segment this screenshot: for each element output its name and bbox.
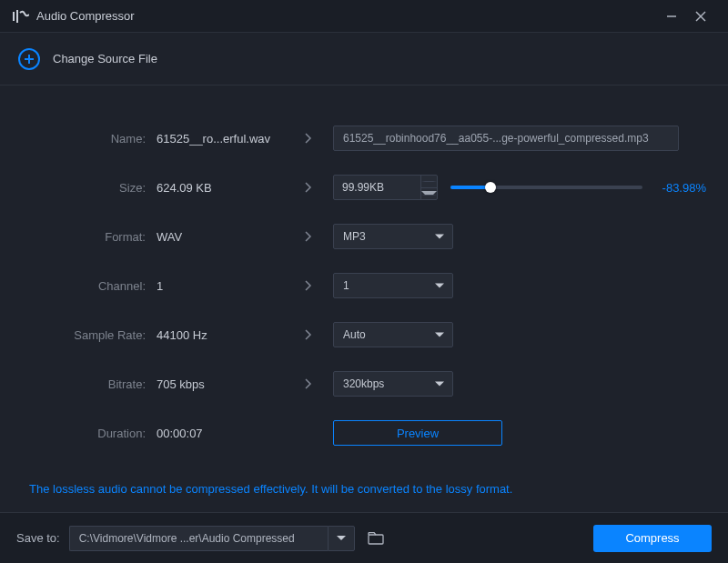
channel-select[interactable]: 1 <box>333 273 453 298</box>
source-bitrate: 705 kbps <box>157 377 284 391</box>
label-sample-rate: Sample Rate: <box>22 328 157 342</box>
chevron-down-icon <box>435 235 444 239</box>
output-name-input[interactable]: 61525__robinhood76__aa055-...ge-powerful… <box>333 126 679 151</box>
change-source-bar: Change Source File <box>0 33 728 85</box>
label-channel: Channel: <box>22 279 157 293</box>
source-name: 61525__ro...erful.wav <box>157 132 284 146</box>
save-path-dropdown[interactable] <box>328 526 355 551</box>
row-sample-rate: Sample Rate: 44100 Hz Auto <box>22 322 706 347</box>
bitrate-select-value: 320kbps <box>343 377 384 390</box>
bitrate-select[interactable]: 320kbps <box>333 371 453 397</box>
format-select[interactable]: MP3 <box>333 224 453 249</box>
bottom-bar: Save to: C:\Vidmore\Vidmore ...er\Audio … <box>0 512 728 563</box>
size-slider[interactable] <box>450 186 642 189</box>
chevron-down-icon <box>435 333 444 337</box>
chevron-down-icon <box>435 382 444 387</box>
channel-select-value: 1 <box>343 279 349 292</box>
row-size: Size: 624.09 KB 99.99KB -83.98% <box>22 175 706 200</box>
row-bitrate: Bitrate: 705 kbps 320kbps <box>22 371 706 397</box>
save-to-label: Save to: <box>16 531 60 545</box>
close-button[interactable] <box>686 2 715 31</box>
source-sample-rate: 44100 Hz <box>157 328 284 342</box>
label-duration: Duration: <box>22 427 157 440</box>
chevron-down-icon <box>435 284 444 288</box>
warning-text: The lossless audio cannot be compressed … <box>22 482 706 496</box>
add-icon[interactable] <box>18 48 40 70</box>
save-path-input[interactable]: C:\Vidmore\Vidmore ...er\Audio Compresse… <box>69 526 328 551</box>
compress-button[interactable]: Compress <box>593 525 712 552</box>
source-duration: 00:00:07 <box>157 427 284 440</box>
title-bar: Audio Compressor <box>0 0 728 33</box>
change-source-label[interactable]: Change Source File <box>53 52 157 65</box>
size-step-down[interactable] <box>421 188 437 200</box>
label-bitrate: Bitrate: <box>22 377 157 391</box>
preview-button[interactable]: Preview <box>333 420 502 446</box>
size-step-up[interactable] <box>421 176 437 188</box>
target-size-value[interactable]: 99.99KB <box>334 176 420 199</box>
format-select-value: MP3 <box>343 230 366 243</box>
chevron-right-icon <box>284 280 333 291</box>
chevron-right-icon <box>284 378 333 389</box>
window-title: Audio Compressor <box>36 9 135 23</box>
source-format: WAV <box>157 230 284 244</box>
row-duration: Duration: 00:00:07 Preview <box>22 420 706 446</box>
open-folder-button[interactable] <box>362 526 389 551</box>
chevron-right-icon <box>284 231 333 242</box>
slider-thumb[interactable] <box>485 182 496 193</box>
settings-panel: Name: 61525__ro...erful.wav 61525__robin… <box>0 85 728 496</box>
chevron-right-icon <box>284 133 333 144</box>
source-channel: 1 <box>157 279 284 293</box>
row-format: Format: WAV MP3 <box>22 224 706 249</box>
app-logo-icon <box>13 10 29 23</box>
label-size: Size: <box>22 181 157 195</box>
chevron-right-icon <box>284 182 333 193</box>
svg-rect-1 <box>16 10 18 23</box>
target-size-spinner[interactable]: 99.99KB <box>333 175 438 200</box>
svg-rect-7 <box>369 535 383 544</box>
sample-rate-select[interactable]: Auto <box>333 322 453 347</box>
row-channel: Channel: 1 1 <box>22 273 706 298</box>
source-size: 624.09 KB <box>157 181 284 195</box>
sample-rate-select-value: Auto <box>343 328 366 341</box>
chevron-right-icon <box>284 329 333 340</box>
label-name: Name: <box>22 132 157 146</box>
minimize-button[interactable] <box>657 2 686 31</box>
svg-rect-0 <box>13 12 15 21</box>
size-reduction-pct: -83.98% <box>655 181 706 195</box>
row-name: Name: 61525__ro...erful.wav 61525__robin… <box>22 126 706 151</box>
label-format: Format: <box>22 230 157 244</box>
